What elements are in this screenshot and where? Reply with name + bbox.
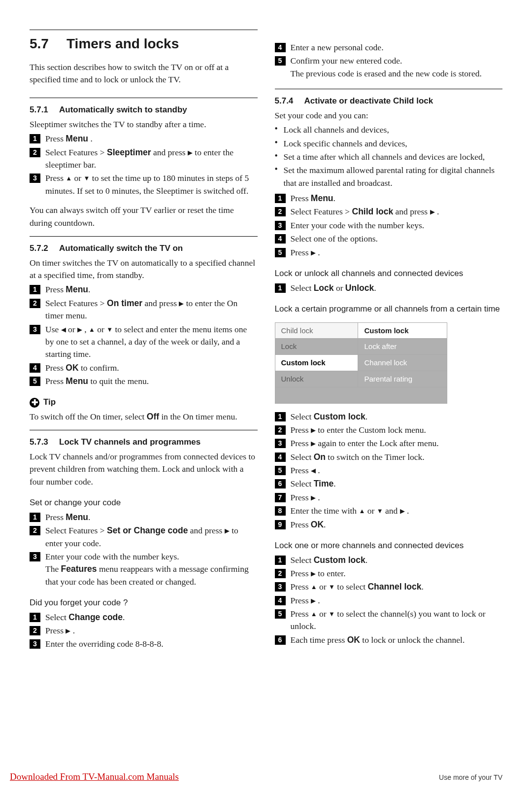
left-arrow-icon: ◀ (311, 467, 316, 474)
up-arrow-icon: ▲ (66, 174, 72, 182)
step-number: 3 (30, 174, 40, 183)
right-arrow-icon: ▶ (66, 627, 70, 634)
step: 1Press Menu . (30, 133, 258, 145)
step: 2Select Features > Set or Change code an… (30, 524, 258, 550)
step: 4Select On to switch on the Timer lock. (275, 451, 503, 463)
right-arrow-icon: ▶ (188, 149, 193, 156)
step: 4Press ▶ . (275, 594, 503, 607)
step: 8Enter the time with ▲ or ▼ and ▶ . (275, 505, 503, 517)
right-column: 4Enter a new personal code. 5Confirm you… (275, 30, 503, 655)
step: 4Enter a new personal code. (275, 41, 503, 54)
table-row (275, 387, 447, 403)
subsection-rule (30, 236, 258, 237)
step-number: 2 (30, 148, 40, 157)
step: 1Select Lock or Unlock. (275, 282, 503, 294)
subhead-forgot: Did you forget your code ? (30, 597, 258, 609)
step: 6Each time press OK to lock or unlock th… (275, 634, 503, 646)
subsection-rule (30, 98, 258, 98)
steps-571: 1Press Menu . 2Select Features > Sleepti… (30, 133, 258, 197)
desc-573: Lock TV channels and/or programmes from … (30, 451, 258, 488)
step: 3Press ▲ or ▼ to select Channel lock. (275, 581, 503, 593)
subsection-rule (30, 430, 258, 430)
tip-icon: ✚ (30, 398, 39, 408)
steps-custlock: 1Select Custom lock. 2Press ▶ to enter t… (275, 411, 503, 531)
bullet: Lock all channels and devices, (275, 124, 503, 136)
bullets-574: Lock all channels and devices, Lock spec… (275, 124, 503, 189)
up-arrow-icon: ▲ (359, 507, 366, 515)
subhead-setcode: Set or change your code (30, 497, 258, 509)
section-number: 5.7 (30, 34, 66, 54)
desc-571: Sleeptimer switches the TV to standby af… (30, 118, 258, 131)
subhead-lockall: Lock or unlock all channels and connecte… (275, 268, 503, 280)
step: 3Enter the overriding code 8-8-8-8. (30, 638, 258, 650)
subhead-lockcert: Lock a certain programme or all channels… (275, 303, 503, 315)
step: 2Select Features > On timer and press ▶ … (30, 297, 258, 322)
table-row: UnlockParental rating (275, 371, 447, 387)
steps-574: 1Press Menu. 2Select Features > Child lo… (275, 192, 503, 259)
step: 3Enter your code with the number keys.Th… (30, 551, 258, 588)
tip-heading: ✚Tip (30, 396, 258, 409)
step: 5Press ▲ or ▼ to select the channel(s) y… (275, 608, 503, 633)
tip-text: To switch off the On timer, select Off i… (30, 411, 258, 423)
steps-forgot: 1Select Change code. 2Press ▶ . 3Enter t… (30, 611, 258, 651)
step: 2Select Features > Sleeptimer and press … (30, 146, 258, 172)
table-row: Custom lockChannel lock (275, 355, 447, 371)
subheading-574: 5.7.4Activate or deactivate Child lock (275, 95, 503, 107)
step: 1Press Menu. (30, 283, 258, 296)
steps-lockone: 1Select Custom lock. 2Press ▶ to enter. … (275, 554, 503, 647)
bullet: Lock specific channels and devices, (275, 138, 503, 150)
down-arrow-icon: ▼ (377, 507, 383, 515)
down-arrow-icon: ▼ (329, 583, 335, 591)
subheading-573: 5.7.3Lock TV channels and programmes (30, 436, 258, 449)
steps-572: 1Press Menu. 2Select Features > On timer… (30, 283, 258, 387)
section-title: Timers and locks (66, 36, 179, 51)
left-column: 5.7Timers and locks This section describ… (30, 30, 258, 655)
down-arrow-icon: ▼ (84, 174, 90, 182)
right-arrow-icon: ▶ (430, 208, 435, 215)
right-arrow-icon: ▶ (311, 426, 316, 434)
section-intro: This section describes how to switch the… (30, 61, 258, 86)
subhead-lockone: Lock one or more channels and connected … (275, 540, 503, 552)
download-link[interactable]: Downloaded From TV-Manual.com Manuals (10, 771, 179, 782)
up-arrow-icon: ▲ (311, 610, 317, 618)
menu-table: Child lockCustom lock LockLock after Cus… (275, 322, 447, 404)
step: 1Press Menu. (30, 511, 258, 523)
right-arrow-icon: ▶ (311, 440, 316, 447)
right-arrow-icon: ▶ (179, 300, 184, 307)
step: 1Select Custom lock. (275, 554, 503, 566)
step: 1Select Custom lock. (275, 411, 503, 423)
step: 3Enter your code with the number keys. (275, 219, 503, 232)
step: 5Press Menu to quit the menu. (30, 375, 258, 387)
footer-breadcrumb: Use more of your TV (439, 773, 502, 781)
subheading-572: 5.7.2Automatically switch the TV on (30, 243, 258, 255)
step: 3Press ▶ again to enter the Lock after m… (275, 437, 503, 450)
steps-lockall: 1Select Lock or Unlock. (275, 282, 503, 294)
step: 3Use ◀ or ▶ , ▲ or ▼ to select and enter… (30, 323, 258, 361)
step: 2Press ▶ . (30, 625, 258, 637)
table-row: Child lockCustom lock (275, 322, 447, 339)
step: 1Select Change code. (30, 611, 258, 624)
section-rule-top (30, 30, 258, 30)
step: 5Press ▶ . (275, 246, 503, 259)
up-arrow-icon: ▲ (89, 326, 95, 333)
left-arrow-icon: ◀ (61, 326, 66, 333)
step: 2Select Features > Child lock and press … (275, 206, 503, 218)
right-arrow-icon: ▶ (311, 494, 316, 501)
note-571: You can always switch off your TV earlie… (30, 204, 258, 229)
desc-574: Set your code and you can: (275, 109, 503, 122)
step: 4Select one of the options. (275, 233, 503, 245)
steps-forgot-cont: 4Enter a new personal code. 5Confirm you… (275, 41, 503, 80)
bullet: Set a time after which all channels and … (275, 151, 503, 163)
step-number: 1 (30, 134, 40, 143)
step: 7Press ▶ . (275, 491, 503, 504)
subheading-571: 5.7.1Automatically switch to standby (30, 104, 258, 116)
step: 5Confirm your new entered code.The previ… (275, 55, 503, 80)
desc-572: On timer switches the TV on automaticall… (30, 257, 258, 282)
step: 1Press Menu. (275, 192, 503, 205)
step: 2Press ▶ to enter the Custom lock menu. (275, 424, 503, 436)
right-arrow-icon: ▶ (311, 249, 316, 256)
right-arrow-icon: ▶ (311, 597, 316, 604)
step: 2Press ▶ to enter. (275, 567, 503, 580)
step: 6Select Time. (275, 478, 503, 490)
right-arrow-icon: ▶ (400, 507, 405, 515)
